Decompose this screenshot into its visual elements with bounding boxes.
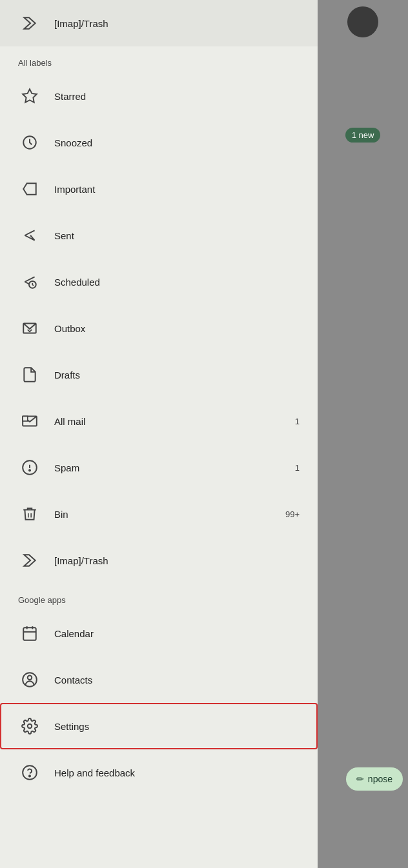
sent-label: Sent	[54, 230, 300, 241]
new-badge: 1 new	[345, 128, 381, 143]
compose-button[interactable]: ✏ npose	[346, 767, 403, 791]
svg-point-19	[23, 765, 37, 780]
help-icon	[18, 761, 41, 784]
settings-label: Settings	[54, 721, 300, 732]
drafts-icon	[18, 363, 41, 386]
avatar[interactable]	[347, 6, 378, 37]
sidebar-item-drafts[interactable]: Drafts	[0, 351, 318, 398]
svg-marker-2	[23, 183, 36, 194]
outbox-label: Outbox	[54, 323, 300, 334]
svg-rect-12	[23, 627, 36, 640]
imap-trash-bottom-label: [Imap]/Trash	[54, 555, 300, 566]
sidebar-item-spam[interactable]: Spam 1	[0, 444, 318, 491]
star-icon	[18, 84, 41, 108]
sidebar-item-allmail[interactable]: All mail 1	[0, 398, 318, 444]
important-label: Important	[54, 184, 300, 195]
snoozed-label: Snoozed	[54, 137, 300, 148]
spam-icon	[18, 456, 41, 479]
allmail-count: 1	[295, 417, 300, 426]
app-layout: [Imap]/Trash All labels Starred Snoozed	[0, 0, 408, 868]
scheduled-icon	[18, 270, 41, 293]
help-label: Help and feedback	[54, 767, 300, 778]
sidebar-item-scheduled[interactable]: Scheduled	[0, 259, 318, 305]
sidebar-item-bin[interactable]: Bin 99+	[0, 491, 318, 537]
sidebar: [Imap]/Trash All labels Starred Snoozed	[0, 0, 318, 868]
svg-rect-6	[23, 416, 28, 421]
sent-icon	[18, 224, 41, 247]
sidebar-item-sent[interactable]: Sent	[0, 212, 318, 259]
right-panel: 1 new ✏ npose	[318, 0, 408, 868]
sidebar-item-imap-trash-top[interactable]: [Imap]/Trash	[0, 0, 318, 46]
sidebar-item-starred[interactable]: Starred	[0, 73, 318, 119]
scheduled-label: Scheduled	[54, 277, 300, 288]
spam-label: Spam	[54, 462, 295, 473]
tag-bottom-icon	[18, 549, 41, 572]
sidebar-item-contacts[interactable]: Contacts	[0, 656, 318, 703]
sidebar-item-settings[interactable]: Settings	[0, 703, 318, 749]
bin-label: Bin	[54, 509, 285, 520]
sidebar-item-important[interactable]: Important	[0, 166, 318, 212]
svg-point-20	[29, 775, 30, 776]
svg-marker-0	[23, 89, 37, 103]
allmail-label: All mail	[54, 416, 295, 427]
spam-count: 1	[295, 463, 300, 473]
sidebar-item-calendar[interactable]: Calendar	[0, 610, 318, 656]
calendar-icon	[18, 622, 41, 645]
tag-top-icon	[18, 12, 41, 35]
compose-label: npose	[368, 774, 393, 784]
important-icon	[18, 177, 41, 201]
sidebar-item-snoozed[interactable]: Snoozed	[0, 119, 318, 166]
sidebar-item-imap-trash-bottom[interactable]: [Imap]/Trash	[0, 537, 318, 584]
starred-label: Starred	[54, 91, 300, 102]
svg-point-17	[28, 676, 32, 680]
imap-trash-top-label: [Imap]/Trash	[54, 18, 300, 29]
bin-icon	[18, 502, 41, 526]
contacts-icon	[18, 668, 41, 691]
outbox-icon	[18, 317, 41, 340]
sidebar-item-outbox[interactable]: Outbox	[0, 305, 318, 351]
drafts-label: Drafts	[54, 370, 300, 380]
contacts-label: Contacts	[54, 675, 300, 686]
sidebar-item-help[interactable]: Help and feedback	[0, 749, 318, 796]
clock-icon	[18, 131, 41, 154]
svg-point-18	[28, 724, 32, 729]
google-apps-heading: Google apps	[0, 584, 318, 610]
avatar-image	[347, 6, 378, 37]
svg-point-9	[29, 469, 30, 471]
calendar-label: Calendar	[54, 628, 300, 639]
allmail-icon	[18, 409, 41, 433]
all-labels-heading: All labels	[0, 46, 318, 73]
bin-count: 99+	[285, 509, 300, 519]
settings-icon	[18, 715, 41, 738]
compose-icon: ✏	[356, 774, 364, 784]
